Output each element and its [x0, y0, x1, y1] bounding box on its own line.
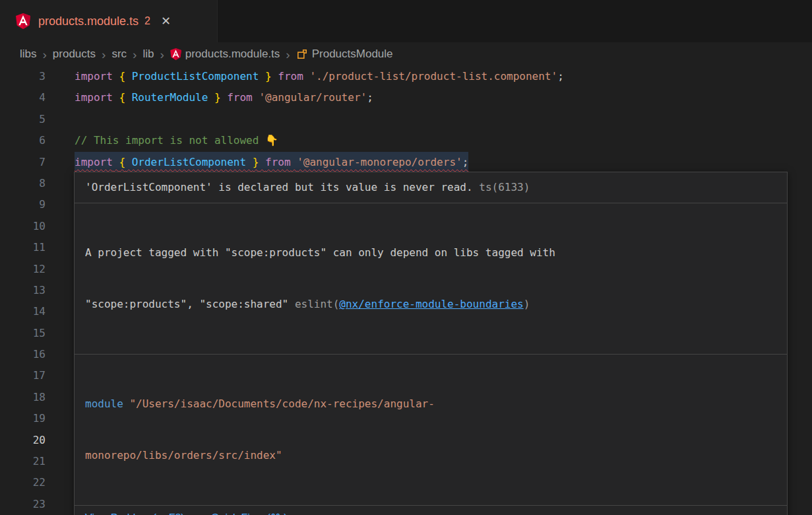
token-kw: from	[278, 70, 303, 83]
breadcrumb-item-libs[interactable]: libs	[20, 48, 37, 61]
diagnostic-text: A project tagged with "scope:products" c…	[85, 246, 555, 259]
tab-label: products.module.ts	[38, 15, 139, 28]
breadcrumb-item-symbol[interactable]: ProductsModule	[296, 48, 393, 61]
line-number[interactable]: 12	[0, 259, 75, 280]
chevron-right-icon: ›	[160, 48, 164, 61]
code-line[interactable]: 5	[0, 109, 812, 130]
angular-icon	[170, 48, 181, 60]
token-b1: }	[265, 70, 272, 83]
breadcrumb-label: products	[53, 48, 96, 61]
tab-bar: products.module.ts 2 ✕	[0, 0, 812, 42]
line-number[interactable]: 13	[0, 280, 75, 301]
code-text[interactable]: // This import is not allowed 👇	[75, 130, 278, 151]
diagnostic-source-close: )	[524, 298, 530, 310]
breadcrumb-label: libs	[20, 48, 37, 61]
quickinfo-line1: module "/Users/isaac/Documents/code/nx-r…	[85, 395, 776, 413]
line-number[interactable]: 20	[0, 430, 75, 451]
breadcrumb-label: lib	[142, 48, 154, 61]
token-kw: import	[75, 156, 113, 168]
token-kw: from	[227, 91, 253, 104]
symbol-class-icon	[296, 48, 308, 60]
line-number[interactable]: 22	[0, 472, 75, 493]
module-path: monorepo/libs/orders/src/index"	[85, 449, 282, 462]
token-b1: {	[119, 91, 125, 104]
breadcrumb-item-file[interactable]: products.module.ts	[170, 48, 280, 61]
line-number[interactable]: 19	[0, 408, 75, 429]
line-number[interactable]: 23	[0, 494, 75, 515]
hover-actions: View Problem (⌥F8) Quick Fix... (⌘.)	[75, 505, 787, 515]
chevron-right-icon: ›	[102, 48, 106, 61]
token-pn	[113, 156, 119, 168]
diagnostic-source: eslint(	[295, 298, 339, 310]
editor[interactable]: 3import { ProductListComponent } from '.…	[0, 66, 812, 515]
diagnostic-code: ts(6133)	[479, 181, 530, 193]
token-b1: }	[214, 91, 221, 104]
line-number[interactable]: 7	[0, 152, 75, 173]
breadcrumb-item-src[interactable]: src	[111, 48, 127, 61]
line-number[interactable]: 8	[0, 173, 75, 194]
diagnostic-text: "scope:products", "scope:shared"	[85, 298, 295, 310]
token-str: '@angular-monorepo/orders'	[297, 156, 462, 168]
code-line[interactable]: 7import { OrderListComponent } from '@an…	[0, 152, 812, 173]
token-kw: from	[265, 156, 291, 168]
token-b1: }	[253, 156, 259, 168]
breadcrumb-label: src	[111, 48, 127, 61]
token-str: '@angular/router'	[259, 91, 367, 104]
quick-fix-action[interactable]: Quick Fix... (⌘.)	[211, 512, 288, 515]
code-line[interactable]: 6// This import is not allowed 👇	[0, 130, 812, 151]
code-text[interactable]: import { ProductListComponent } from './…	[75, 66, 564, 87]
token-str: './product-list/product-list.component'	[309, 70, 557, 83]
diagnostic-message-line1: A project tagged with "scope:products" c…	[85, 244, 776, 261]
code-line[interactable]: 4import { RouterModule } from '@angular/…	[0, 87, 812, 108]
hover-popup: 'OrderListComponent' is declared but its…	[74, 172, 788, 515]
chevron-right-icon: ›	[133, 48, 137, 61]
token-b1: {	[119, 156, 125, 168]
diagnostic-source	[473, 181, 480, 193]
module-path: "/Users/isaac/Documents/code/nx-recipes/…	[123, 397, 435, 410]
line-number[interactable]: 15	[0, 323, 75, 344]
token-pn: ;	[462, 156, 469, 168]
line-number[interactable]: 16	[0, 344, 75, 365]
line-number[interactable]: 18	[0, 387, 75, 408]
line-number[interactable]: 9	[0, 194, 75, 215]
module-keyword: module	[85, 397, 123, 410]
token-pn	[303, 70, 310, 83]
token-pn: ;	[557, 70, 564, 83]
breadcrumb: libs › products › src › lib › products.m…	[0, 42, 812, 66]
token-type: RouterModule	[125, 91, 214, 104]
token-pn	[221, 91, 228, 104]
breadcrumb-item-lib[interactable]: lib	[142, 48, 154, 61]
close-icon[interactable]: ✕	[161, 14, 171, 28]
line-number[interactable]: 3	[0, 66, 75, 87]
line-number[interactable]: 4	[0, 87, 75, 108]
quickinfo-line2: monorepo/libs/orders/src/index"	[85, 447, 776, 464]
breadcrumb-item-products[interactable]: products	[53, 48, 96, 61]
tab-products-module[interactable]: products.module.ts 2 ✕	[0, 0, 218, 42]
line-number[interactable]: 17	[0, 365, 75, 386]
eslint-rule-link[interactable]: @nx/enforce-module-boundaries	[339, 298, 523, 310]
line-number[interactable]: 14	[0, 301, 75, 322]
line-number[interactable]: 10	[0, 216, 75, 237]
token-pn	[259, 156, 265, 168]
code-line[interactable]: 3import { ProductListComponent } from '.…	[0, 66, 812, 87]
token-pn	[291, 156, 297, 168]
line-number[interactable]: 21	[0, 451, 75, 472]
token-kw: import	[75, 70, 113, 83]
code-text-error[interactable]: import { OrderListComponent } from '@ang…	[75, 152, 468, 173]
token-type: OrderListComponent	[125, 156, 253, 168]
chevron-right-icon: ›	[43, 48, 47, 61]
token-b1: {	[119, 70, 125, 83]
chevron-right-icon: ›	[286, 48, 290, 61]
token-pn	[113, 91, 119, 104]
diagnostic-message: 'OrderListComponent' is declared but its…	[85, 181, 473, 193]
view-problem-action[interactable]: View Problem (⌥F8)	[85, 512, 185, 515]
token-kw: import	[75, 91, 113, 104]
line-number[interactable]: 6	[0, 130, 75, 151]
token-emo: 👇	[265, 134, 278, 147]
line-number[interactable]: 11	[0, 237, 75, 258]
code-text[interactable]: import { RouterModule } from '@angular/r…	[75, 87, 373, 108]
line-number[interactable]: 5	[0, 109, 75, 130]
hover-diagnostic-ts: 'OrderListComponent' is declared but its…	[75, 172, 787, 203]
token-pn: ;	[367, 91, 373, 104]
token-pn	[253, 91, 259, 104]
